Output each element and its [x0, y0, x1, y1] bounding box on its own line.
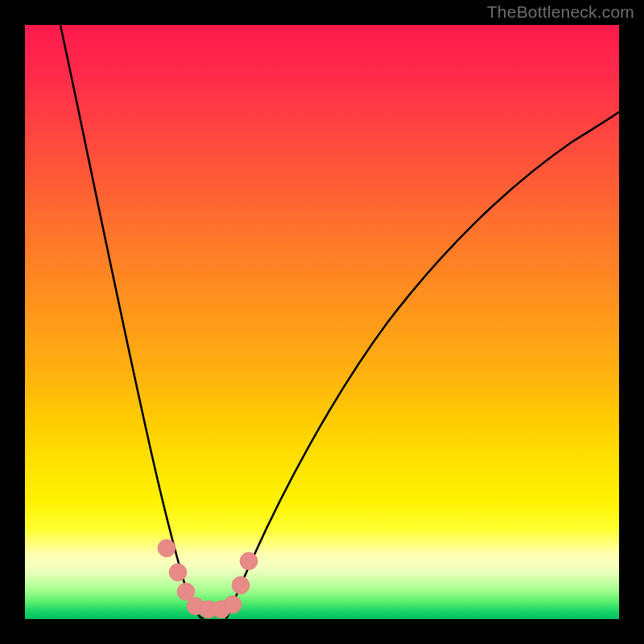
chart-plot-area	[25, 25, 619, 619]
marker-dot	[224, 596, 242, 613]
watermark-text: TheBottleneck.com	[487, 2, 634, 22]
marker-dot	[177, 583, 195, 601]
marker-dot	[232, 576, 250, 594]
marker-group	[158, 539, 258, 618]
marker-dot	[169, 564, 187, 581]
curve-right	[226, 112, 619, 619]
marker-dot	[187, 597, 204, 615]
marker-dot	[200, 601, 217, 618]
chart-svg	[25, 25, 619, 619]
curve-left	[60, 25, 204, 619]
marker-dot	[158, 539, 175, 557]
marker-dot	[240, 552, 258, 570]
marker-dot	[213, 601, 230, 618]
